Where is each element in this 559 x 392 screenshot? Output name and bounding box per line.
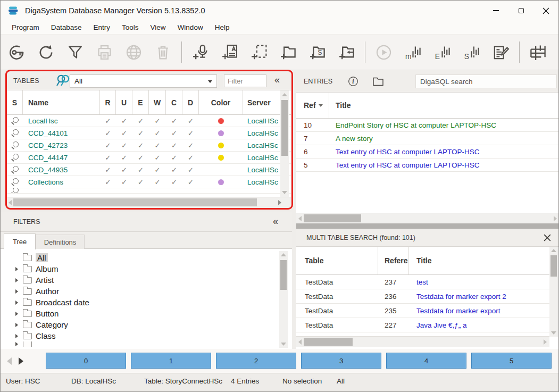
col-header-title[interactable]: Title: [329, 101, 351, 110]
page-button-1[interactable]: 1: [131, 353, 211, 369]
page-button-4[interactable]: 4: [386, 353, 466, 369]
add-audio-entry-button[interactable]: [186, 39, 215, 65]
expand-arrow-icon[interactable]: [15, 289, 18, 294]
entry-row[interactable]: 6 Text entry of HSC at computer LAPTOP-H…: [296, 145, 559, 159]
expand-arrow-icon[interactable]: [15, 301, 18, 305]
scroll-left-icon[interactable]: [298, 216, 302, 221]
minimize-button[interactable]: [483, 1, 508, 21]
tree-item-album[interactable]: Album: [1, 263, 292, 274]
page-button-5[interactable]: 5: [471, 353, 552, 369]
table-search-icon[interactable]: [54, 73, 72, 88]
new-s-folder-button[interactable]: S: [303, 39, 332, 65]
tables-horizontal-scrollbar[interactable]: [7, 197, 291, 207]
search-result-row[interactable]: TestData 236 Testdata for marker export …: [296, 289, 549, 304]
scroll-up-icon[interactable]: [281, 253, 286, 256]
menu-view[interactable]: View: [145, 22, 172, 33]
expand-arrow-icon[interactable]: [15, 334, 18, 338]
tree-item-clipped[interactable]: [1, 341, 292, 347]
add-text-entry-button[interactable]: [215, 39, 244, 65]
scrollbar-thumb[interactable]: [550, 255, 557, 277]
multitrack-m-button[interactable]: m: [398, 39, 428, 65]
move-to-folder-button[interactable]: [332, 39, 361, 65]
col-header-w[interactable]: W: [149, 90, 166, 114]
tree-item-class[interactable]: Class: [1, 330, 292, 341]
table-row[interactable]: CCD_44101 ✓ ✓ ✓ ✓ ✓ ✓ LocalHSc: [7, 127, 291, 139]
play-button[interactable]: [369, 39, 398, 65]
menu-help[interactable]: Help: [209, 22, 236, 33]
close-button[interactable]: [533, 1, 558, 21]
expand-arrow-icon[interactable]: [15, 312, 18, 316]
delete-button[interactable]: [148, 39, 178, 65]
scroll-right-icon[interactable]: [544, 339, 547, 345]
page-button-2[interactable]: 2: [216, 353, 296, 369]
collapse-filters-button[interactable]: «: [273, 216, 278, 226]
scroll-left-icon[interactable]: [9, 200, 12, 205]
web-button[interactable]: [119, 39, 148, 65]
col-header-d[interactable]: D: [182, 90, 199, 114]
col-header-ref[interactable]: Ref: [296, 93, 329, 118]
scrollbar-thumb[interactable]: [13, 198, 257, 206]
print-button[interactable]: [90, 39, 119, 65]
mts-horizontal-scrollbar[interactable]: [296, 336, 549, 347]
table-view-button[interactable]: [523, 39, 553, 65]
menu-entry[interactable]: Entry: [88, 22, 116, 33]
singletrack-s-button[interactable]: S: [457, 39, 486, 65]
expand-arrow-icon[interactable]: [15, 267, 18, 271]
entry-row[interactable]: 5 Text entry of HSC at computer LAPTOP-H…: [296, 159, 559, 172]
entry-row[interactable]: 7 A new story: [296, 132, 559, 145]
tree-item-button[interactable]: Button: [1, 308, 292, 319]
magnifier-icon[interactable]: [11, 129, 19, 137]
edit-entry-button[interactable]: [486, 39, 515, 65]
scroll-down-icon[interactable]: [281, 343, 286, 346]
filter-button[interactable]: [61, 39, 90, 65]
horizontal-splitter[interactable]: [296, 223, 559, 229]
table-row[interactable]: CCD_42723 ✓ ✓ ✓ ✓ ✓ ✓ LocalHSc: [7, 139, 291, 152]
table-row[interactable]: Collections ✓ ✓ ✓ ✓ ✓ ✓ LocalHSc: [7, 176, 291, 188]
magnifier-icon[interactable]: [11, 166, 19, 173]
table-row-clipped[interactable]: [7, 188, 291, 194]
menu-program[interactable]: Program: [6, 22, 45, 33]
col-header-name[interactable]: Name: [23, 90, 100, 114]
entries-horizontal-scrollbar[interactable]: [296, 213, 559, 223]
col-header-table[interactable]: Table: [296, 247, 378, 274]
expand-arrow-icon[interactable]: [15, 323, 18, 327]
tree-item-broadcast-date[interactable]: Broadcast date: [1, 297, 292, 308]
scroll-down-icon[interactable]: [282, 191, 287, 194]
maximize-button[interactable]: [508, 1, 533, 21]
prev-page-button[interactable]: [7, 357, 12, 365]
next-page-button[interactable]: [19, 357, 23, 365]
scrollbar-thumb[interactable]: [280, 260, 287, 290]
col-header-s[interactable]: S: [7, 90, 23, 114]
col-header-color[interactable]: Color: [199, 90, 243, 114]
entry-row[interactable]: 10 EndPoint Story of HSC at computer LAP…: [296, 119, 559, 132]
folder-icon[interactable]: [372, 76, 385, 87]
table-row[interactable]: LocalHsc ✓ ✓ ✓ ✓ ✓ ✓ LocalHSc: [7, 115, 291, 127]
tree-item-author[interactable]: Author: [1, 286, 292, 297]
col-header-c[interactable]: C: [166, 90, 182, 114]
scrollbar-thumb[interactable]: [304, 338, 353, 346]
search-result-row[interactable]: TestData 227 Java Jive €,ƒ„ a: [296, 318, 549, 332]
table-row[interactable]: CCD_44935 ✓ ✓ ✓ ✓ ✓ ✓ LocalHSc: [7, 164, 291, 176]
menu-window[interactable]: Window: [172, 22, 209, 33]
collapse-tables-button[interactable]: «: [274, 75, 280, 85]
table-scope-dropdown[interactable]: All: [70, 74, 217, 88]
scroll-down-icon[interactable]: [551, 331, 556, 335]
tree-item-all[interactable]: All: [1, 252, 292, 263]
menu-database[interactable]: Database: [45, 22, 88, 33]
key-button[interactable]: [2, 39, 31, 65]
scrollbar-thumb[interactable]: [281, 100, 288, 156]
add-empty-entry-button[interactable]: [244, 39, 273, 65]
mts-vertical-scrollbar[interactable]: [549, 247, 558, 337]
tab-definitions[interactable]: Definitions: [36, 235, 85, 249]
magnifier-icon[interactable]: [11, 178, 19, 186]
col-header-r[interactable]: R: [100, 90, 116, 114]
new-folder-button[interactable]: [273, 39, 303, 65]
col-header-u[interactable]: U: [116, 90, 132, 114]
table-row[interactable]: CCD_44147 ✓ ✓ ✓ ✓ ✓ ✓ LocalHSc: [7, 152, 291, 164]
col-header-e[interactable]: E: [132, 90, 149, 114]
scrollbar-thumb[interactable]: [304, 214, 361, 222]
scroll-left-icon[interactable]: [298, 339, 302, 345]
search-result-row[interactable]: TestData 235 Testdata for marker export: [296, 304, 549, 318]
tables-vertical-scrollbar[interactable]: [280, 90, 289, 197]
close-mts-button[interactable]: [543, 233, 552, 243]
